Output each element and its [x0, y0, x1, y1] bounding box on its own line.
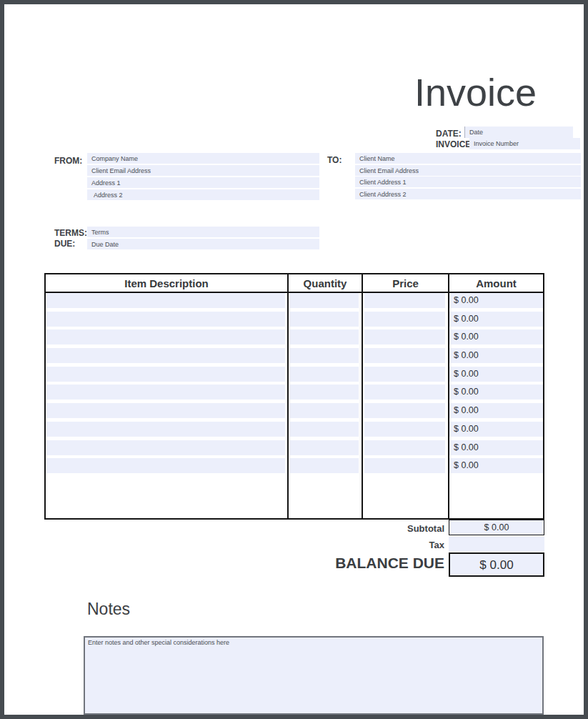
price-cell[interactable] [364, 312, 445, 327]
amount-cell[interactable]: $ 0.00 [449, 348, 543, 363]
date-label: DATE: [436, 129, 462, 139]
from-address2-input[interactable]: Address 2 [87, 189, 319, 200]
price-cell[interactable] [364, 403, 445, 418]
date-input[interactable]: Date [464, 127, 573, 138]
price-cell[interactable] [364, 348, 445, 363]
amount-cell[interactable]: $ 0.00 [449, 367, 543, 382]
quantity-cell[interactable] [290, 312, 359, 327]
amount-cell[interactable]: $ 0.00 [449, 293, 543, 308]
items-table: Item Description Quantity Price Amount $… [44, 273, 544, 520]
table-row: $ 0.00 [46, 293, 543, 308]
price-cell[interactable] [364, 329, 445, 344]
balance-due-value[interactable]: $ 0.00 [449, 552, 544, 577]
item-description-cell[interactable] [46, 329, 285, 344]
header-item-description: Item Description [46, 277, 287, 289]
table-row: $ 0.00 [46, 422, 543, 437]
quantity-cell[interactable] [290, 440, 359, 455]
table-row: $ 0.00 [46, 385, 543, 400]
from-address1-input[interactable]: Address 1 [87, 177, 319, 188]
terms-label: TERMS: [54, 228, 87, 238]
header-price: Price [363, 277, 448, 289]
item-description-cell[interactable] [46, 367, 285, 382]
item-description-cell[interactable] [46, 385, 285, 400]
price-cell[interactable] [364, 458, 445, 473]
notes-heading: Notes [87, 600, 130, 619]
from-company-input[interactable]: Company Name [87, 153, 319, 164]
table-row: $ 0.00 [46, 367, 543, 382]
to-address2-input[interactable]: Client Address 2 [355, 189, 581, 199]
price-cell[interactable] [364, 293, 445, 308]
amount-cell[interactable]: $ 0.00 [449, 329, 543, 344]
quantity-cell[interactable] [290, 329, 359, 344]
quantity-cell[interactable] [290, 367, 359, 382]
table-row: $ 0.00 [46, 348, 543, 363]
header-quantity: Quantity [289, 277, 362, 289]
subtotal-value[interactable]: $ 0.00 [449, 520, 544, 535]
table-row: $ 0.00 [46, 329, 543, 344]
page-frame-left [0, 0, 4, 719]
item-description-cell[interactable] [46, 403, 285, 418]
from-label: FROM: [54, 156, 82, 166]
invoice-number-label: INVOICE [436, 139, 471, 149]
page-title: Invoice [414, 71, 537, 114]
quantity-cell[interactable] [290, 293, 359, 308]
table-row: $ 0.00 [46, 458, 543, 473]
price-cell[interactable] [364, 367, 445, 382]
quantity-cell[interactable] [290, 422, 359, 437]
subtotal-label: Subtotal [314, 523, 444, 534]
page-frame-top [0, 0, 588, 4]
item-description-cell[interactable] [46, 422, 285, 437]
quantity-cell[interactable] [290, 348, 359, 363]
to-email-input[interactable]: Client Email Address [355, 165, 581, 176]
table-row: $ 0.00 [46, 312, 543, 327]
amount-cell[interactable]: $ 0.00 [449, 422, 543, 437]
balance-due-label: BALANCE DUE [243, 555, 444, 572]
invoice-template-page: Invoice DATE: Date INVOICE Invoice Numbe… [0, 0, 588, 719]
terms-input[interactable]: Terms [87, 227, 319, 237]
tax-label: Tax [314, 540, 444, 550]
price-cell[interactable] [364, 385, 445, 400]
due-label: DUE: [54, 239, 75, 249]
amount-cell[interactable]: $ 0.00 [449, 440, 543, 455]
page-frame-right [584, 0, 588, 719]
invoice-number-input[interactable]: Invoice Number [469, 138, 580, 149]
item-description-cell[interactable] [46, 293, 285, 308]
quantity-cell[interactable] [290, 458, 359, 473]
table-header-row: Item Description Quantity Price Amount [46, 274, 543, 293]
to-name-input[interactable]: Client Name [355, 153, 581, 164]
quantity-cell[interactable] [290, 403, 359, 418]
page-frame-bottom [0, 715, 588, 719]
due-date-input[interactable]: Due Date [87, 239, 319, 249]
item-description-cell[interactable] [46, 458, 285, 473]
from-email-input[interactable]: Client Email Address [87, 165, 319, 176]
to-label: TO: [327, 155, 342, 165]
tax-value[interactable] [449, 537, 544, 551]
table-row: $ 0.00 [46, 403, 543, 418]
quantity-cell[interactable] [290, 385, 359, 400]
to-address1-input[interactable]: Client Address 1 [355, 177, 581, 187]
item-description-cell[interactable] [46, 312, 285, 327]
header-amount: Amount [449, 277, 543, 289]
item-description-cell[interactable] [46, 348, 285, 363]
item-description-cell[interactable] [46, 440, 285, 455]
notes-textarea[interactable]: Enter notes and other special considerat… [84, 636, 544, 715]
table-row: $ 0.00 [46, 440, 543, 455]
amount-cell[interactable]: $ 0.00 [449, 403, 543, 418]
price-cell[interactable] [364, 440, 445, 455]
amount-cell[interactable]: $ 0.00 [449, 385, 543, 400]
amount-cell[interactable]: $ 0.00 [449, 312, 543, 327]
price-cell[interactable] [364, 422, 445, 437]
table-body: $ 0.00 $ 0.00 $ 0.00 $ 0.00 [46, 293, 543, 477]
amount-cell[interactable]: $ 0.00 [449, 458, 543, 473]
